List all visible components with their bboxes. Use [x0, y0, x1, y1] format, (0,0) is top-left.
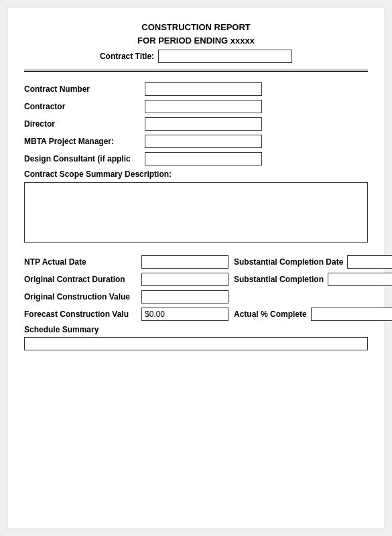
- page: CONSTRUCTION REPORT FOR PERIOD ENDING xx…: [7, 7, 385, 529]
- ntp-label: NTP Actual Date: [24, 257, 141, 267]
- header-line2: FOR PERIOD ENDING xxxxx: [24, 34, 368, 48]
- contractor-input[interactable]: [145, 100, 262, 113]
- substantial-completion-date-input[interactable]: [347, 255, 392, 269]
- contractor-row: Contractor: [24, 100, 368, 113]
- original-value-label: Original Construction Value: [24, 292, 141, 302]
- actual-pct-input[interactable]: [311, 308, 392, 321]
- substantial-completion-input[interactable]: [328, 273, 392, 286]
- forecast-label: Forecast Construction Valu: [24, 310, 141, 319]
- original-duration-label: Original Contract Duration: [24, 275, 141, 284]
- forecast-input[interactable]: [141, 308, 228, 321]
- original-duration-input[interactable]: [141, 273, 228, 286]
- scope-textarea[interactable]: [24, 182, 368, 243]
- form-section: Contract Number Contractor Director MBTA…: [24, 82, 368, 165]
- forecast-row: Forecast Construction Valu Actual % Comp…: [24, 308, 368, 321]
- lower-section: NTP Actual Date Substantial Completion D…: [24, 255, 368, 350]
- scope-section: Contract Scope Summary Description:: [24, 170, 368, 245]
- ntp-row: NTP Actual Date Substantial Completion D…: [24, 255, 368, 269]
- schedule-section: Schedule Summary: [24, 325, 368, 350]
- original-duration-row: Original Contract Duration Substantial C…: [24, 273, 368, 286]
- design-consultant-input[interactable]: [145, 152, 262, 165]
- design-consultant-label: Design Consultant (if applic: [24, 154, 145, 163]
- schedule-summary-label: Schedule Summary: [24, 325, 368, 334]
- scope-label: Contract Scope Summary Description:: [24, 170, 368, 179]
- divider: [24, 70, 368, 72]
- mbta-pm-input[interactable]: [145, 135, 262, 148]
- director-input[interactable]: [145, 117, 262, 131]
- director-row: Director: [24, 117, 368, 131]
- contract-number-input[interactable]: [145, 82, 262, 96]
- header-line1: CONSTRUCTION REPORT: [24, 21, 368, 34]
- mbta-pm-row: MBTA Project Manager:: [24, 135, 368, 148]
- design-consultant-row: Design Consultant (if applic: [24, 152, 368, 165]
- contractor-label: Contractor: [24, 102, 145, 111]
- ntp-input[interactable]: [141, 255, 228, 269]
- contract-title-input[interactable]: [158, 50, 292, 63]
- contract-number-row: Contract Number: [24, 82, 368, 96]
- contract-title-label: Contract Title:: [100, 52, 154, 61]
- original-value-input[interactable]: [141, 290, 228, 304]
- mbta-pm-label: MBTA Project Manager:: [24, 137, 145, 146]
- director-label: Director: [24, 119, 145, 129]
- substantial-completion-label: Substantial Completion: [234, 275, 324, 284]
- substantial-completion-date-label: Substantial Completion Date: [234, 257, 343, 267]
- contract-number-label: Contract Number: [24, 84, 145, 94]
- original-value-row: Original Construction Value: [24, 290, 368, 304]
- header: CONSTRUCTION REPORT FOR PERIOD ENDING xx…: [24, 21, 368, 63]
- schedule-summary-input[interactable]: [24, 337, 368, 350]
- actual-pct-label: Actual % Complete: [234, 310, 307, 319]
